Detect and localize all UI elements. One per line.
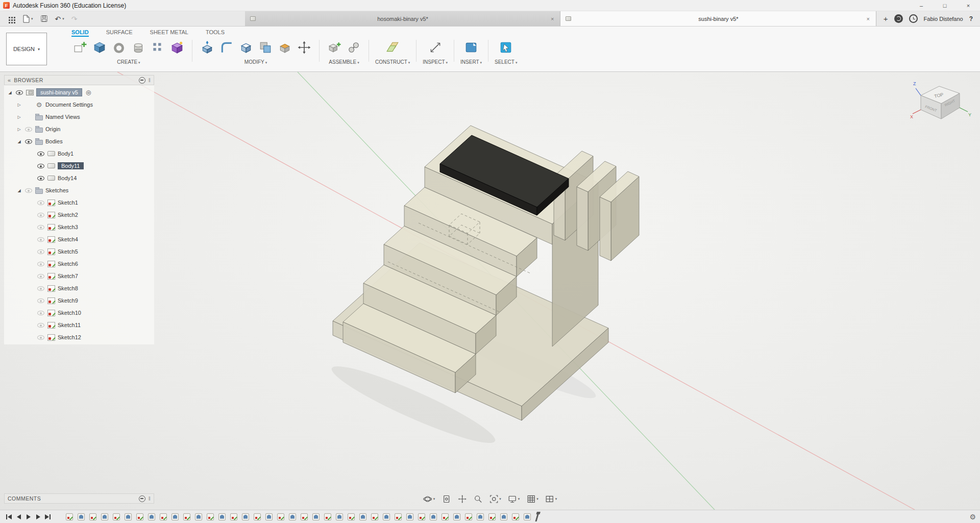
measure-icon[interactable] xyxy=(427,39,444,56)
press-pull-icon[interactable] xyxy=(199,39,216,56)
timeline-skip-start-button[interactable] xyxy=(4,512,14,521)
timeline-feature-extrude[interactable] xyxy=(195,513,202,520)
timeline-step-forward-button[interactable] xyxy=(33,512,43,521)
browser-item-origin[interactable]: ▷Origin xyxy=(4,123,154,135)
expand-arrow[interactable]: ◢ xyxy=(16,188,22,193)
visibility-eye-icon[interactable] xyxy=(24,186,33,194)
fit-icon[interactable]: ▾ xyxy=(489,494,501,504)
visibility-eye-icon[interactable] xyxy=(15,88,23,96)
help-icon[interactable]: ? xyxy=(969,15,973,22)
viewports-icon[interactable]: ▾ xyxy=(545,494,557,504)
visibility-eye-icon[interactable] xyxy=(37,174,45,182)
browser-item-sketch8[interactable]: Sketch8 xyxy=(4,282,154,294)
maximize-button[interactable]: □ xyxy=(933,0,957,11)
browser-item-bodies[interactable]: ◢Bodies xyxy=(4,135,154,147)
visibility-eye-icon[interactable] xyxy=(37,284,45,292)
close-button[interactable]: × xyxy=(957,0,980,11)
group-label-construct[interactable]: CONSTRUCT xyxy=(375,59,410,65)
browser-item-sushi-binary-v5[interactable]: ◢sushi-binary v5◎ xyxy=(4,86,154,98)
timeline-feature-sketch[interactable] xyxy=(207,513,214,520)
browser-item-sketch6[interactable]: Sketch6 xyxy=(4,258,154,270)
collapse-panel-icon[interactable]: « xyxy=(8,77,11,83)
look-at-icon[interactable] xyxy=(442,494,451,504)
activate-component-radio[interactable]: ◎ xyxy=(86,89,91,96)
visibility-eye-icon[interactable] xyxy=(24,125,33,133)
timeline-feature-sketch[interactable] xyxy=(113,513,120,520)
insert-icon[interactable] xyxy=(462,39,480,56)
file-menu-icon[interactable]: ▾ xyxy=(22,15,33,23)
expand-arrow[interactable]: ▷ xyxy=(16,115,22,119)
browser-item-sketch4[interactable]: Sketch4 xyxy=(4,233,154,245)
revolve-icon[interactable] xyxy=(110,39,128,56)
browser-item-sketch2[interactable]: Sketch2 xyxy=(4,209,154,221)
timeline-feature-sketch[interactable] xyxy=(512,513,519,520)
fillet-icon[interactable] xyxy=(218,39,235,56)
document-tab[interactable]: sushi-binary v5*× xyxy=(560,11,876,26)
minimize-panel-icon[interactable] xyxy=(139,495,145,502)
panel-grip-icon[interactable]: ‖ xyxy=(149,496,151,502)
timeline-feature-extrude[interactable] xyxy=(148,513,155,520)
timeline-step-back-button[interactable] xyxy=(14,512,23,521)
timeline-feature-sketch[interactable] xyxy=(66,513,73,520)
orbit-icon[interactable]: ▾ xyxy=(423,494,435,504)
visibility-eye-icon[interactable] xyxy=(37,260,45,268)
visibility-eye-icon[interactable] xyxy=(37,247,45,256)
timeline-play-button[interactable] xyxy=(23,512,33,521)
timeline-feature-sketch[interactable] xyxy=(89,513,96,520)
browser-item-sketch11[interactable]: Sketch11 xyxy=(4,319,154,331)
timeline-feature-extrude[interactable] xyxy=(359,513,366,520)
undo-icon[interactable]: ↶▾ xyxy=(55,15,64,23)
viewport-canvas[interactable]: TOP FRONT RIGHT X Y Z « BROWSER ‖ ◢sushi… xyxy=(0,72,980,510)
comments-header[interactable]: COMMENTS ‖ xyxy=(4,493,154,504)
browser-item-sketches[interactable]: ◢Sketches xyxy=(4,184,154,196)
group-label-assemble[interactable]: ASSEMBLE xyxy=(329,59,359,65)
redo-icon[interactable]: ↷ xyxy=(71,15,78,23)
job-status-icon[interactable] xyxy=(909,14,918,23)
timeline-skip-end-button[interactable] xyxy=(43,512,53,521)
grid-settings-icon[interactable]: ▾ xyxy=(526,494,538,504)
group-label-modify[interactable]: MODIFY xyxy=(244,59,267,65)
create-form-icon[interactable] xyxy=(168,39,186,56)
expand-arrow[interactable]: ▷ xyxy=(16,127,22,132)
browser-item-sketch5[interactable]: Sketch5 xyxy=(4,245,154,258)
ribbon-tab-sheet-metal[interactable]: SHEET METAL xyxy=(150,29,188,37)
save-icon[interactable] xyxy=(40,15,48,22)
workspace-selector[interactable]: DESIGN xyxy=(6,33,47,65)
user-account-button[interactable]: Fabio Distefano xyxy=(924,16,963,22)
browser-item-sketch1[interactable]: Sketch1 xyxy=(4,196,154,209)
timeline-settings-gear-icon[interactable]: ⚙ xyxy=(969,513,976,521)
ribbon-tab-solid[interactable]: SOLID xyxy=(71,29,89,37)
timeline-feature-extrude[interactable] xyxy=(453,513,460,520)
construct-plane-icon[interactable] xyxy=(384,39,401,56)
timeline-feature-extrude[interactable] xyxy=(406,513,413,520)
timeline-feature-sketch[interactable] xyxy=(301,513,308,520)
visibility-eye-icon[interactable] xyxy=(37,272,45,280)
pattern-icon[interactable] xyxy=(149,39,166,56)
timeline-feature-sketch[interactable] xyxy=(277,513,284,520)
timeline-feature-sketch[interactable] xyxy=(136,513,143,520)
browser-item-body14[interactable]: Body14 xyxy=(4,172,154,184)
timeline-feature-extrude[interactable] xyxy=(430,513,437,520)
move-icon[interactable] xyxy=(296,39,313,56)
timeline-feature-sketch[interactable] xyxy=(465,513,472,520)
ribbon-tab-tools[interactable]: TOOLS xyxy=(206,29,225,37)
visibility-eye-icon[interactable] xyxy=(37,150,45,158)
timeline-feature-extrude[interactable] xyxy=(383,513,390,520)
extensions-icon[interactable] xyxy=(894,14,903,23)
pan-icon[interactable] xyxy=(457,494,467,504)
cylinder-icon[interactable] xyxy=(130,39,147,56)
timeline-feature-extrude[interactable] xyxy=(265,513,273,520)
timeline-feature-sketch[interactable] xyxy=(230,513,237,520)
display-settings-icon[interactable]: ▾ xyxy=(508,494,520,504)
timeline-feature-sketch[interactable] xyxy=(395,513,402,520)
assemble-component-icon[interactable] xyxy=(326,39,343,56)
visibility-eye-icon[interactable] xyxy=(37,296,45,305)
expand-arrow[interactable]: ▷ xyxy=(16,103,22,107)
minimize-panel-icon[interactable] xyxy=(139,77,145,84)
timeline-feature-sketch[interactable] xyxy=(254,513,261,520)
visibility-eye-icon[interactable] xyxy=(37,198,45,207)
visibility-eye-icon[interactable] xyxy=(37,309,45,317)
visibility-eye-icon[interactable] xyxy=(37,162,45,170)
group-label-insert[interactable]: INSERT xyxy=(460,59,482,65)
joint-icon[interactable] xyxy=(345,39,362,56)
